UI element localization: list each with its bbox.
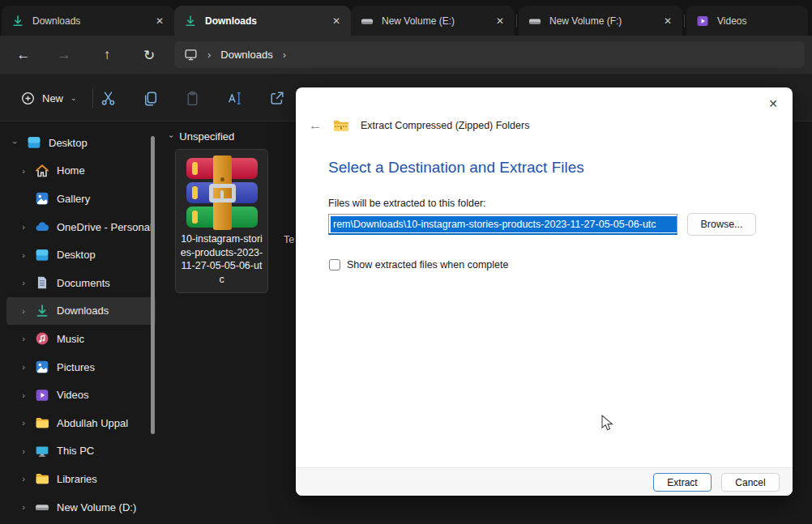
this-pc-icon[interactable]	[184, 48, 198, 62]
chevron-collapsed-icon[interactable]: ›	[18, 306, 29, 316]
dialog-heading: Select a Destination and Extract Files	[328, 159, 584, 177]
group-label: Unspecified	[179, 130, 234, 143]
sidebar-item-label: Desktop	[57, 249, 96, 261]
folder-icon	[35, 415, 49, 430]
share-icon[interactable]	[266, 87, 287, 109]
chevron-collapsed-icon[interactable]: ›	[18, 278, 29, 288]
tab-label: Downloads	[32, 15, 145, 27]
navigation-bar: ← → ↑ ↻ › Downloads ›	[0, 36, 812, 74]
videos-icon	[35, 388, 49, 403]
sidebar-item-libraries[interactable]: › Libraries	[6, 465, 156, 493]
tab-label: New Volume (E:)	[382, 15, 485, 27]
tab-new-volume-e[interactable]: New Volume (E:) ✕	[351, 6, 515, 36]
downloads-icon	[184, 15, 197, 28]
pictures-icon	[35, 360, 49, 374]
sidebar-item-new-volume-d[interactable]: › New Volume (D:)	[6, 493, 156, 522]
this-pc-icon	[35, 444, 49, 458]
new-button-label: New	[42, 92, 63, 104]
sidebar-item-home[interactable]: › Home	[6, 157, 156, 185]
plus-circle-icon	[21, 92, 35, 105]
chevron-expanded-icon[interactable]: ›	[11, 137, 20, 148]
tab-separator	[516, 15, 517, 28]
tab-close-icon[interactable]: ✕	[152, 13, 168, 29]
tab-separator	[684, 15, 685, 28]
chevron-collapsed-icon[interactable]: ›	[18, 502, 29, 512]
sidebar-item-label: Desktop	[49, 137, 88, 149]
drive-icon	[528, 15, 541, 28]
rename-icon[interactable]	[224, 87, 245, 109]
desktop-icon	[35, 248, 49, 262]
destination-path-input[interactable]: rem\Downloads\10-instagram-stories-produ…	[328, 214, 677, 235]
tab-close-icon[interactable]: ✕	[492, 13, 508, 29]
tab-videos[interactable]: Videos	[686, 6, 808, 36]
checkbox-unchecked[interactable]	[329, 259, 340, 271]
dialog-back-icon[interactable]: ←	[306, 117, 325, 134]
file-item-zip-archive[interactable]: 10-instagram-stories-products-2023-11-27…	[175, 149, 268, 293]
cut-icon[interactable]	[97, 87, 118, 109]
sidebar-item-abdullah-uppal[interactable]: › Abdullah Uppal	[6, 409, 156, 437]
music-icon	[35, 331, 49, 346]
chevron-collapsed-icon[interactable]: ›	[18, 250, 29, 260]
new-button[interactable]: New ⌄	[13, 84, 85, 112]
dialog-close-icon[interactable]: ✕	[760, 92, 786, 115]
sidebar-item-videos[interactable]: › Videos	[6, 381, 156, 409]
sidebar-item-label: This PC	[57, 445, 94, 457]
sidebar-item-pictures[interactable]: › Pictures	[6, 353, 156, 381]
breadcrumb-segment[interactable]: Downloads	[220, 49, 272, 61]
tab-downloads-1[interactable]: Downloads ✕	[2, 6, 174, 36]
extract-dialog: ✕ ← Extract Compressed (Zipped) Folders …	[296, 87, 793, 496]
navigation-pane: › Desktop › Home › Gallery › OneDrive - …	[0, 121, 162, 524]
tab-close-icon[interactable]: ✕	[660, 13, 676, 29]
drive-icon	[361, 15, 374, 28]
browse-button[interactable]: Browse...	[687, 213, 756, 236]
dialog-title: Extract Compressed (Zipped) Folders	[361, 120, 529, 131]
sidebar-item-label: Abdullah Uppal	[57, 417, 128, 429]
sidebar-item-label: Gallery	[57, 193, 90, 205]
chevron-expanded-icon[interactable]: ›	[167, 135, 176, 138]
refresh-icon[interactable]: ↻	[137, 43, 161, 67]
mouse-cursor	[600, 415, 616, 436]
tab-new-volume-f[interactable]: New Volume (F:) ✕	[519, 6, 682, 36]
chevron-collapsed-icon[interactable]: ›	[18, 446, 29, 456]
sidebar-item-desktop-pinned[interactable]: › Desktop	[6, 129, 156, 157]
sidebar-item-this-pc[interactable]: › This PC	[6, 437, 156, 466]
toolbar-separator	[92, 88, 93, 108]
forward-icon: →	[52, 43, 76, 67]
cancel-button[interactable]: Cancel	[721, 473, 780, 492]
group-header-unspecified[interactable]: › Unspecified	[170, 130, 234, 143]
dialog-footer: Extract Cancel	[296, 467, 793, 496]
dialog-header: ← Extract Compressed (Zipped) Folders	[306, 117, 529, 134]
sidebar-item-onedrive[interactable]: › OneDrive - Personal	[6, 213, 156, 241]
sidebar-item-documents[interactable]: › Documents	[6, 269, 156, 297]
tab-label: Downloads	[205, 15, 322, 27]
tab-downloads-2-active[interactable]: Downloads ✕	[174, 6, 351, 36]
sidebar-item-label: Pictures	[57, 361, 95, 373]
destination-field-label: Files will be extracted to this folder:	[328, 198, 486, 209]
drive-icon	[35, 500, 49, 514]
sidebar-scrollbar[interactable]	[151, 136, 155, 434]
sidebar-item-desktop[interactable]: › Desktop	[6, 241, 156, 269]
up-icon[interactable]: ↑	[95, 43, 119, 67]
chevron-collapsed-icon[interactable]: ›	[18, 390, 29, 400]
copy-icon[interactable]	[139, 87, 160, 109]
chevron-right-icon[interactable]: ›	[283, 49, 286, 61]
sidebar-item-music[interactable]: › Music	[6, 325, 156, 353]
onedrive-cloud-icon	[35, 219, 49, 234]
chevron-down-icon: ⌄	[71, 94, 77, 102]
chevron-collapsed-icon[interactable]: ›	[18, 418, 29, 428]
sidebar-item-label: Home	[57, 164, 85, 177]
extract-button[interactable]: Extract	[653, 473, 712, 492]
show-files-checkbox-row[interactable]: Show extracted files when complete	[329, 259, 508, 271]
back-icon[interactable]: ←	[11, 43, 36, 67]
sidebar-item-label: OneDrive - Personal	[57, 221, 152, 233]
chevron-right-icon: ›	[207, 49, 211, 61]
chevron-collapsed-icon[interactable]: ›	[18, 362, 29, 372]
chevron-collapsed-icon[interactable]: ›	[18, 334, 29, 343]
address-bar[interactable]: › Downloads ›	[174, 41, 805, 68]
chevron-collapsed-icon[interactable]: ›	[18, 222, 29, 232]
sidebar-item-gallery[interactable]: › Gallery	[6, 185, 156, 213]
chevron-collapsed-icon[interactable]: ›	[18, 166, 29, 176]
chevron-collapsed-icon[interactable]: ›	[18, 474, 29, 484]
tab-close-icon[interactable]: ✕	[328, 13, 344, 29]
sidebar-item-downloads[interactable]: › Downloads	[6, 297, 156, 326]
